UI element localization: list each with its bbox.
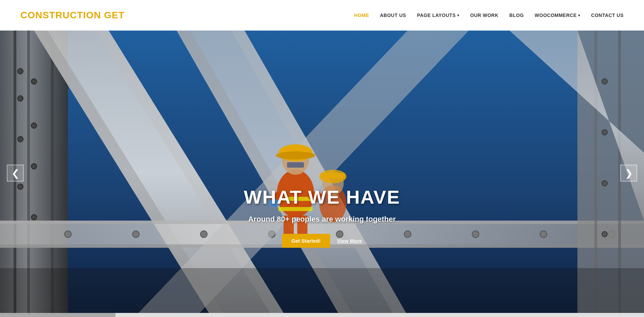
svg-point-37 — [602, 231, 607, 237]
svg-point-11 — [31, 164, 37, 169]
svg-rect-58 — [0, 268, 644, 316]
nav-item-our-work[interactable]: OUR WORK — [470, 13, 498, 18]
hero-section: ❮ WHAT WE HAVE Around 80+ peoples are wo… — [0, 31, 644, 316]
slider-prev-button[interactable]: ❮ — [7, 165, 24, 182]
nav-item-about[interactable]: ABOUT US — [380, 13, 406, 18]
hero-subtitle: Around 80+ peoples are working together — [203, 215, 441, 224]
svg-point-6 — [18, 96, 23, 101]
svg-point-9 — [31, 79, 37, 84]
scrollbar-track[interactable] — [0, 313, 644, 316]
svg-rect-57 — [321, 173, 345, 179]
svg-point-7 — [18, 136, 23, 142]
view-more-button[interactable]: View More — [337, 238, 362, 244]
hero-title: WHAT WE HAVE — [203, 186, 441, 208]
main-nav: HOME ABOUT US PAGE LAYOUTS OUR WORK BLOG… — [354, 13, 624, 18]
nav-item-blog[interactable]: BLOG — [509, 13, 524, 18]
nav-item-contact[interactable]: CONTACT US — [591, 13, 624, 18]
svg-point-34 — [602, 79, 607, 84]
svg-point-23 — [132, 231, 139, 238]
site-logo[interactable]: CONSTRUCTION GET — [20, 10, 125, 21]
svg-point-10 — [31, 123, 37, 128]
svg-point-5 — [18, 69, 23, 74]
svg-point-50 — [276, 151, 315, 160]
site-header: CONSTRUCTION GET HOME ABOUT US PAGE LAYO… — [0, 0, 644, 31]
nav-item-woocommerce[interactable]: WOOCOMMERCE — [535, 13, 580, 18]
svg-point-8 — [18, 184, 23, 189]
hero-buttons: Get Started! View More — [203, 234, 441, 248]
svg-rect-51 — [287, 162, 304, 168]
svg-point-22 — [65, 231, 71, 238]
svg-point-36 — [602, 181, 607, 186]
hero-content: WHAT WE HAVE Around 80+ peoples are work… — [203, 186, 441, 248]
nav-item-page-layouts[interactable]: PAGE LAYOUTS — [417, 13, 460, 18]
svg-point-12 — [31, 215, 37, 220]
nav-item-home[interactable]: HOME — [354, 13, 369, 18]
svg-point-28 — [472, 231, 479, 238]
scrollbar-thumb[interactable] — [0, 313, 115, 316]
steel-beams-svg — [0, 31, 644, 316]
get-started-button[interactable]: Get Started! — [282, 234, 330, 248]
svg-point-29 — [540, 231, 547, 238]
slider-next-button[interactable]: ❯ — [620, 165, 637, 182]
svg-point-35 — [602, 130, 607, 135]
